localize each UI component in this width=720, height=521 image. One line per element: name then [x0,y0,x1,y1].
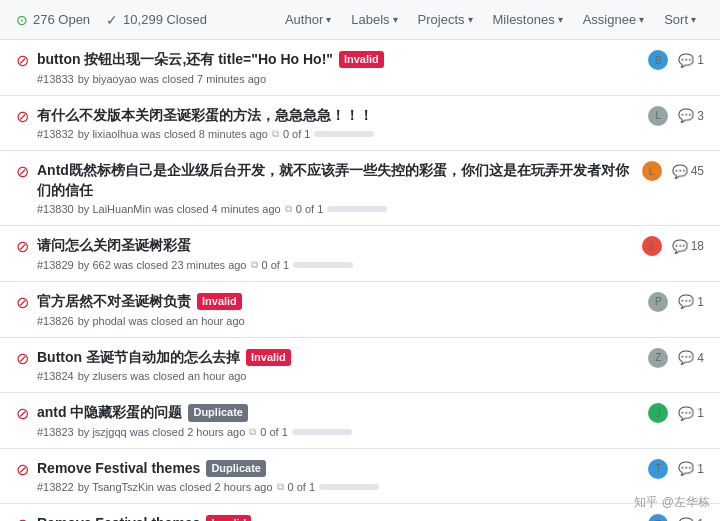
issue-content: 官方居然不对圣诞树负责 Invalid #13826 by phodal was… [37,292,640,327]
issue-title: Antd既然标榜自己是企业级后台开发，就不应该弄一些失控的彩蛋，你们这是在玩弄开… [37,161,634,200]
issue-badge: Invalid [246,349,291,366]
issue-item[interactable]: ⊘ Remove Festival themes Invalid #13821 … [0,504,720,521]
issue-id: #13826 [37,315,74,327]
issue-meta: #13833 by biyaoyao was closed 7 minutes … [37,73,640,85]
issue-closed-icon: ⊘ [16,162,29,181]
issue-right: 6 💬 18 [642,236,704,256]
issue-meta-text: by LaiHuanMin was closed 4 minutes ago [78,203,281,215]
issue-right: P 💬 1 [648,292,704,312]
comment-count[interactable]: 💬 18 [672,239,704,254]
comment-number: 1 [697,295,704,309]
issue-title-link[interactable]: Antd既然标榜自己是企业级后台开发，就不应该弄一些失控的彩蛋，你们这是在玩弄开… [37,161,634,200]
open-status[interactable]: ⊙ 276 Open [16,12,90,28]
labels-filter[interactable]: Labels ▾ [343,8,405,31]
avatar: T [648,514,668,521]
issue-meta: #13832 by lixiaolhua was closed 8 minute… [37,128,640,140]
avatar: L [642,161,662,181]
issue-title: 请问怎么关闭圣诞树彩蛋 [37,236,634,256]
comment-count[interactable]: 💬 4 [678,350,704,365]
issue-right: T 💬 1 [648,514,704,521]
comment-count[interactable]: 💬 1 [678,517,704,521]
comment-icon: 💬 [678,406,694,421]
comment-icon: 💬 [672,164,688,179]
issue-item[interactable]: ⊘ 请问怎么关闭圣诞树彩蛋 #13829 by 662 was closed 2… [0,226,720,282]
issue-list: ⊘ button 按钮出现一朵云,还有 title="Ho Ho Ho!" In… [0,40,720,521]
comment-count[interactable]: 💬 3 [678,108,704,123]
filter-bar: Author ▾ Labels ▾ Projects ▾ Milestones … [277,8,704,31]
avatar: B [648,50,668,70]
issue-id: #13823 [37,426,74,438]
progress-bar [327,206,387,212]
closed-icon: ✓ [106,12,118,28]
sort-filter[interactable]: Sort ▾ [656,8,704,31]
issue-title-link[interactable]: button 按钮出现一朵云,还有 title="Ho Ho Ho!" [37,50,333,70]
issue-id: #13830 [37,203,74,215]
issue-title: button 按钮出现一朵云,还有 title="Ho Ho Ho!" Inva… [37,50,640,70]
issue-meta: #13823 by jszjgqq was closed 2 hours ago… [37,426,640,438]
issue-id: #13829 [37,259,74,271]
comment-count[interactable]: 💬 1 [678,294,704,309]
issue-content: 有什么不发版本关闭圣诞彩蛋的方法，急急急急！！！ #13832 by lixia… [37,106,640,141]
comment-count[interactable]: 💬 45 [672,164,704,179]
open-count-label: 276 Open [33,12,90,27]
chevron-down-icon: ▾ [639,14,644,25]
chevron-down-icon: ▾ [691,14,696,25]
open-icon: ⊙ [16,12,28,28]
avatar: T [648,459,668,479]
issue-content: Button 圣诞节自动加的怎么去掉 Invalid #13824 by zlu… [37,348,640,383]
issue-title-link[interactable]: 官方居然不对圣诞树负责 [37,292,191,312]
issue-title-link[interactable]: Button 圣诞节自动加的怎么去掉 [37,348,240,368]
issue-item[interactable]: ⊘ antd 中隐藏彩蛋的问题 Duplicate #13823 by jszj… [0,393,720,449]
issue-item[interactable]: ⊘ 官方居然不对圣诞树负责 Invalid #13826 by phodal w… [0,282,720,338]
issue-title-link[interactable]: Remove Festival themes [37,459,200,479]
author-filter[interactable]: Author ▾ [277,8,339,31]
issue-item[interactable]: ⊘ 有什么不发版本关闭圣诞彩蛋的方法，急急急急！！！ #13832 by lix… [0,96,720,152]
issue-closed-icon: ⊘ [16,107,29,126]
avatar: Z [648,348,668,368]
issue-right: L 💬 3 [648,106,704,126]
comment-icon: 💬 [678,294,694,309]
issue-title-link[interactable]: antd 中隐藏彩蛋的问题 [37,403,182,423]
issue-right: J 💬 1 [648,403,704,423]
issue-badge: Duplicate [206,460,266,477]
progress-bar [292,429,352,435]
comment-icon: 💬 [678,350,694,365]
issue-meta: #13822 by TsangTszKin was closed 2 hours… [37,481,640,493]
issue-id: #13833 [37,73,74,85]
comment-count[interactable]: 💬 1 [678,461,704,476]
chevron-down-icon: ▾ [393,14,398,25]
closed-count-label: 10,299 Closed [123,12,207,27]
issue-content: Remove Festival themes Invalid #13821 by… [37,514,640,521]
issue-item[interactable]: ⊘ Remove Festival themes Duplicate #1382… [0,449,720,505]
issue-item[interactable]: ⊘ button 按钮出现一朵云,还有 title="Ho Ho Ho!" In… [0,40,720,96]
closed-status[interactable]: ✓ 10,299 Closed [106,12,207,28]
copy-icon: ⧉ [251,259,258,271]
avatar: L [648,106,668,126]
issue-title-link[interactable]: 请问怎么关闭圣诞树彩蛋 [37,236,191,256]
comment-count[interactable]: 💬 1 [678,53,704,68]
comment-icon: 💬 [678,517,694,521]
milestones-filter[interactable]: Milestones ▾ [485,8,571,31]
comment-number: 1 [697,517,704,521]
comment-count[interactable]: 💬 1 [678,406,704,421]
projects-filter[interactable]: Projects ▾ [410,8,481,31]
toolbar: ⊙ 276 Open ✓ 10,299 Closed Author ▾ Labe… [0,0,720,40]
issue-content: 请问怎么关闭圣诞树彩蛋 #13829 by 662 was closed 23 … [37,236,634,271]
issue-title-link[interactable]: Remove Festival themes [37,514,200,521]
issue-content: antd 中隐藏彩蛋的问题 Duplicate #13823 by jszjgq… [37,403,640,438]
issue-meta: #13826 by phodal was closed an hour ago [37,315,640,327]
issue-title: Button 圣诞节自动加的怎么去掉 Invalid [37,348,640,368]
progress-bar [293,262,353,268]
issue-badge: Invalid [339,51,384,68]
assignee-filter[interactable]: Assignee ▾ [575,8,652,31]
avatar: P [648,292,668,312]
comment-icon: 💬 [678,461,694,476]
issue-closed-icon: ⊘ [16,51,29,70]
issue-item[interactable]: ⊘ Antd既然标榜自己是企业级后台开发，就不应该弄一些失控的彩蛋，你们这是在玩… [0,151,720,226]
issue-title-link[interactable]: 有什么不发版本关闭圣诞彩蛋的方法，急急急急！！！ [37,106,373,126]
issue-closed-icon: ⊘ [16,237,29,256]
issue-id: #13832 [37,128,74,140]
issue-meta-text: by zlusers was closed an hour ago [78,370,247,382]
issue-item[interactable]: ⊘ Button 圣诞节自动加的怎么去掉 Invalid #13824 by z… [0,338,720,394]
progress-bar [314,131,374,137]
